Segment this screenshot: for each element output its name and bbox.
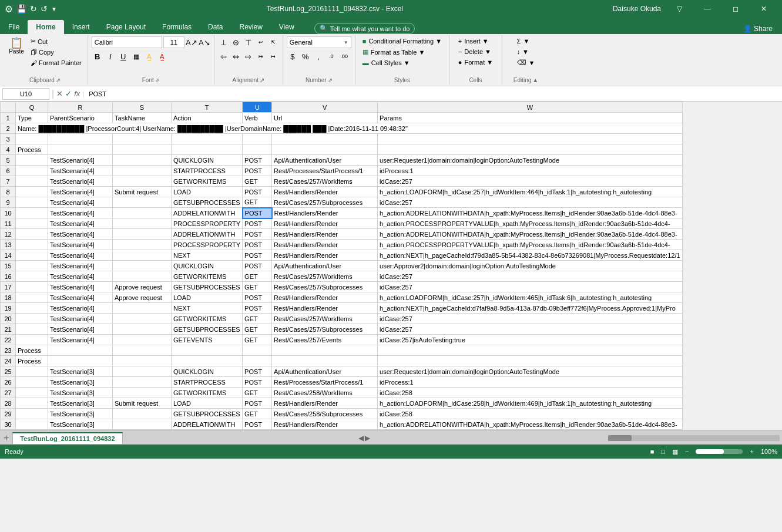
close-btn[interactable]: ✕	[750, 1, 777, 17]
cell-w30[interactable]: h_action:ADDRELATIONWITHDATA|h_xpath:MyP…	[378, 419, 682, 430]
col-header-v[interactable]: V	[272, 102, 378, 113]
cell-s15[interactable]	[113, 261, 172, 271]
cell-t24[interactable]	[172, 356, 243, 366]
cell-v27[interactable]: Rest/Cases/258/WorkItems	[272, 388, 378, 398]
cell-t4[interactable]	[172, 144, 243, 155]
cell-v11[interactable]: Rest/Handlers/Render	[272, 218, 378, 229]
ribbon-display-btn[interactable]: ▽	[666, 1, 693, 17]
cell-w20[interactable]: idCase:257	[378, 314, 682, 324]
cell-v16[interactable]: Rest/Cases/257/WorkItems	[272, 271, 378, 282]
fill-btn[interactable]: ↓ ▼	[513, 47, 532, 56]
cut-button[interactable]: ✂Cut	[28, 36, 84, 46]
cell-v14[interactable]: Rest/Handlers/Render	[272, 250, 378, 261]
cell-styles-btn[interactable]: ▬ Cell Styles ▼	[359, 58, 414, 68]
name-box[interactable]	[2, 88, 49, 100]
cell-r14[interactable]: TestScenario[4]	[48, 250, 113, 261]
cell-w6[interactable]: idProcess:1	[378, 166, 682, 176]
cell-q12[interactable]	[16, 229, 48, 240]
cell-t28[interactable]: LOAD	[172, 398, 243, 409]
cell-r9[interactable]: TestScenario[4]	[48, 197, 113, 208]
quick-access-save[interactable]: 💾	[16, 4, 26, 14]
cell-s11[interactable]	[113, 218, 172, 229]
cell-w23[interactable]	[378, 345, 682, 356]
format-painter-button[interactable]: 🖌Format Painter	[28, 58, 84, 68]
cell-r28[interactable]: TestScenario[3]	[48, 398, 113, 409]
cell-r29[interactable]: TestScenario[3]	[48, 409, 113, 419]
cell-q17[interactable]	[16, 282, 48, 292]
cell-r25[interactable]: TestScenario[3]	[48, 366, 113, 377]
cell-v18[interactable]: Rest/Handlers/Render	[272, 292, 378, 303]
font-name-input[interactable]	[92, 36, 162, 48]
cell-q19[interactable]	[16, 303, 48, 314]
scroll-left-btn[interactable]: ◀	[358, 434, 364, 442]
col-header-s[interactable]: S	[113, 102, 172, 113]
cell-t26[interactable]: STARTPROCESS	[172, 377, 243, 388]
cell-q14[interactable]	[16, 250, 48, 261]
cell-s24[interactable]	[113, 356, 172, 366]
cell-q9[interactable]	[16, 197, 48, 208]
cell-q18[interactable]	[16, 292, 48, 303]
editing-expand-icon[interactable]: ▲	[532, 77, 538, 83]
cell-r27[interactable]: TestScenario[3]	[48, 388, 113, 398]
cell-q3[interactable]	[16, 134, 48, 144]
cell-s29[interactable]	[113, 409, 172, 419]
cell-w7[interactable]: idCase:257	[378, 176, 682, 187]
cell-q20[interactable]	[16, 314, 48, 324]
cell-w14[interactable]: h_action:NEXT|h_pageCacheId:f79d3a85-5b5…	[378, 250, 682, 261]
cell-r15[interactable]: TestScenario[4]	[48, 261, 113, 271]
cell-v15[interactable]: Api/Authentication/User	[272, 261, 378, 271]
cell-v10[interactable]: Rest/Handlers/Render	[272, 208, 378, 218]
col-header-t[interactable]: T	[172, 102, 243, 113]
cell-t5[interactable]: QUICKLOGIN	[172, 155, 243, 166]
cell-s6[interactable]	[113, 166, 172, 176]
cell-q13[interactable]	[16, 240, 48, 250]
cell-q4[interactable]: Process	[16, 144, 48, 155]
cell-v23[interactable]	[272, 345, 378, 356]
cell-u20[interactable]: GET	[243, 314, 272, 324]
cell-q26[interactable]	[16, 377, 48, 388]
cell-w29[interactable]: idCase:258	[378, 409, 682, 419]
tab-home[interactable]: Home	[28, 20, 63, 34]
cell-t19[interactable]: NEXT	[172, 303, 243, 314]
cell-u5[interactable]: POST	[243, 155, 272, 166]
clipboard-expand-icon[interactable]: ⇗	[56, 77, 61, 83]
cell-s3[interactable]	[113, 134, 172, 144]
cell-t15[interactable]: QUICKLOGIN	[172, 261, 243, 271]
cell-u29[interactable]: GET	[243, 409, 272, 419]
number-format-dropdown[interactable]: General ▼	[287, 36, 351, 48]
currency-btn[interactable]: $	[287, 50, 298, 62]
cell-q1[interactable]: Type	[16, 113, 48, 123]
tab-review[interactable]: Review	[231, 20, 270, 34]
align-right-btn[interactable]: ⇨	[243, 50, 254, 62]
cell-r5[interactable]: TestScenario[4]	[48, 155, 113, 166]
clear-btn[interactable]: ⌫ ▼	[513, 58, 539, 68]
cell-u13[interactable]: POST	[243, 240, 272, 250]
cell-q25[interactable]	[16, 366, 48, 377]
cell-w27[interactable]: idCase:258	[378, 388, 682, 398]
cell-q6[interactable]	[16, 166, 48, 176]
cell-s17[interactable]: Approve request	[113, 282, 172, 292]
cell-t25[interactable]: QUICKLOGIN	[172, 366, 243, 377]
cell-w21[interactable]: idCase:257	[378, 324, 682, 335]
cell-r20[interactable]: TestScenario[4]	[48, 314, 113, 324]
cell-q16[interactable]	[16, 271, 48, 282]
cell-w28[interactable]: h_action:LOADFORM|h_idCase:258|h_idWorkI…	[378, 398, 682, 409]
col-header-u[interactable]: U	[243, 102, 272, 113]
cell-s26[interactable]	[113, 377, 172, 388]
number-expand-icon[interactable]: ⇗	[328, 77, 333, 83]
quick-access-undo[interactable]: ↻	[30, 4, 37, 14]
cell-v5[interactable]: Api/Authentication/User	[272, 155, 378, 166]
cell-s5[interactable]	[113, 155, 172, 166]
border-button[interactable]: ▦	[130, 50, 142, 62]
cell-r11[interactable]: TestScenario[4]	[48, 218, 113, 229]
cell-r8[interactable]: TestScenario[4]	[48, 187, 113, 197]
cell-r6[interactable]: TestScenario[4]	[48, 166, 113, 176]
cell-q7[interactable]	[16, 176, 48, 187]
add-sheet-btn[interactable]: +	[0, 433, 12, 443]
cell-w3[interactable]	[378, 134, 682, 144]
cell-s28[interactable]: Submit request	[113, 398, 172, 409]
underline-button[interactable]: U	[118, 50, 129, 62]
cell-s12[interactable]	[113, 229, 172, 240]
zoom-out-btn[interactable]: −	[685, 448, 689, 455]
increase-indent-btn[interactable]: ↦	[267, 50, 279, 62]
